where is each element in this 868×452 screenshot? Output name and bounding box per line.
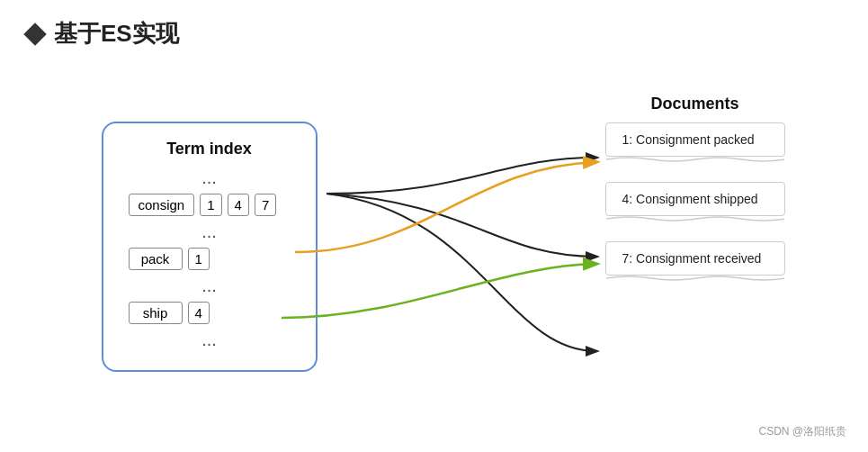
term-row-pack: pack 1 [129,248,291,270]
doc-text-1: 1: Consignment packed [622,132,755,147]
doc-card-1: 1: Consignment packed [605,122,785,157]
term-index-box: Term index ... consign 1 4 7 ... pack 1 … [102,122,318,372]
doc-card-4: 4: Consignment shipped [605,182,785,216]
dots-2: ... [129,221,291,242]
dots-3: ... [129,276,291,296]
diagram-area: Term index ... consign 1 4 7 ... pack 1 … [66,77,803,419]
num-box-ship-4: 4 [188,302,210,324]
term-label-consign: consign [129,194,195,216]
dots-1: ... [129,167,291,188]
doc-text-4: 4: Consignment shipped [622,192,758,206]
term-label-pack: pack [129,248,183,270]
num-box-4: 4 [228,194,249,216]
footer-credit: CSDN @洛阳纸贵 [758,424,846,439]
num-box-pack-1: 1 [188,248,210,270]
doc-card-7: 7: Consignment received [605,241,785,276]
doc-text-7: 7: Consignment received [622,251,762,266]
documents-title: Documents [605,95,785,113]
page-container: 基于ES实现 Term index ... consign 1 4 7 ... … [0,0,868,452]
term-index-title: Term index [129,140,291,158]
term-label-ship: ship [129,302,183,324]
header-title: 基于ES实现 [54,18,179,50]
term-row-consign: consign 1 4 7 [129,194,291,216]
diamond-icon [23,23,46,45]
term-row-ship: ship 4 [129,302,291,324]
dots-4: ... [129,330,291,350]
num-box-7: 7 [255,194,276,216]
num-box-1: 1 [200,194,221,216]
header: 基于ES实现 [27,18,841,50]
documents-area: Documents 1: Consignment packed 4: Consi… [605,95,785,276]
